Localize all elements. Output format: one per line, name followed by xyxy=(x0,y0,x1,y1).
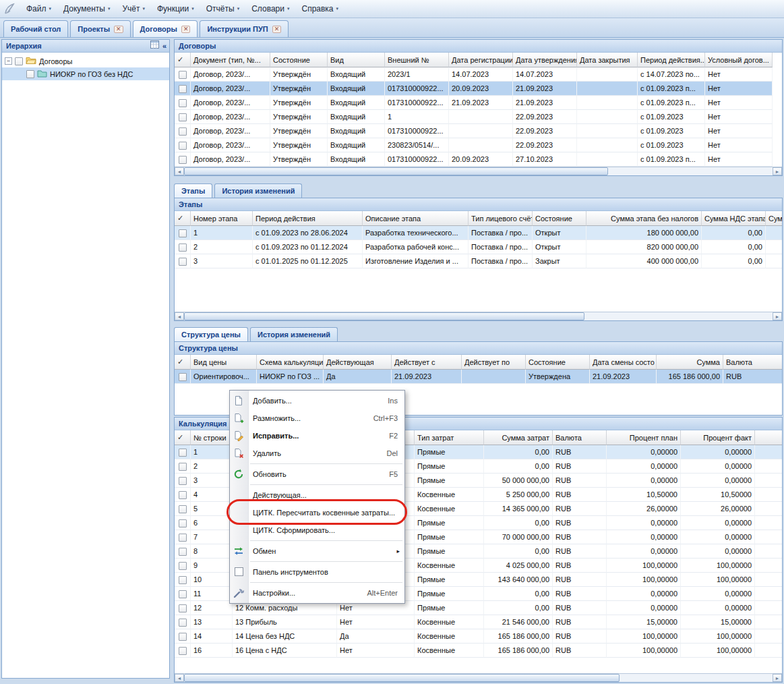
column-header[interactable]: Действует с xyxy=(392,355,462,370)
row-checkbox[interactable] xyxy=(179,85,187,93)
menu-item-citk-generate[interactable]: ЦИТК. Сформировать... xyxy=(230,521,404,539)
close-icon[interactable]: ✕ xyxy=(114,26,123,33)
tree-checkbox[interactable] xyxy=(26,70,34,78)
column-header[interactable]: Процент факт xyxy=(681,430,755,445)
menu-accounting[interactable]: Учёт▾ xyxy=(116,1,151,16)
table-row[interactable]: 1616 Цена с НДСНетКосвенные165 186 000,0… xyxy=(175,644,782,658)
table-row[interactable]: Договор, 2023/...УтверждёнВходящий122.09… xyxy=(175,110,773,124)
column-header[interactable]: Сумма этапа без налогов xyxy=(586,211,702,226)
menu-functions[interactable]: Функции▾ xyxy=(151,1,200,16)
horizontal-scrollbar[interactable]: ◄ ► xyxy=(175,312,782,320)
menu-documents[interactable]: Документы▾ xyxy=(57,1,116,16)
close-icon[interactable]: ✕ xyxy=(272,26,282,33)
tab-price-structure[interactable]: Структура цены xyxy=(174,327,248,341)
column-header[interactable]: Сумма xyxy=(657,355,723,370)
row-checkbox[interactable] xyxy=(179,244,187,252)
row-checkbox[interactable] xyxy=(179,449,187,457)
column-header[interactable]: Действующая xyxy=(324,355,392,370)
column-header[interactable]: Документ (тип, №... xyxy=(191,53,270,67)
menu-item-refresh[interactable]: Обновить F5 xyxy=(230,465,404,483)
row-checkbox[interactable] xyxy=(179,258,187,266)
row-checkbox[interactable] xyxy=(179,142,187,150)
scroll-left-icon[interactable]: ◄ xyxy=(175,312,184,320)
column-header[interactable]: № строки xyxy=(191,430,233,445)
tab-stages-history[interactable]: История изменений xyxy=(214,183,302,198)
scrollbar-thumb[interactable] xyxy=(184,167,608,175)
scroll-right-icon[interactable]: ► xyxy=(773,674,782,682)
column-header[interactable]: Дата смены состо xyxy=(590,355,657,370)
column-header[interactable]: Валюта xyxy=(553,430,607,445)
table-row[interactable]: 1с 01.09.2023 по 28.06.2024Разработка те… xyxy=(175,226,782,240)
tree-node-contracts[interactable]: − Договоры xyxy=(2,55,169,67)
table-row[interactable]: Ориентировоч...НИОКР по ГОЗ ...Да21.09.2… xyxy=(175,370,782,384)
table-row[interactable]: Договор, 2023/...УтверждёнВходящий017310… xyxy=(175,124,773,138)
column-header[interactable]: ✓ xyxy=(175,53,191,67)
tab-stages[interactable]: Этапы xyxy=(174,183,212,198)
column-header[interactable]: ✓ xyxy=(175,355,191,370)
menu-item-delete[interactable]: Удалить Del xyxy=(230,445,404,462)
row-checkbox[interactable] xyxy=(179,71,187,79)
row-checkbox[interactable] xyxy=(179,373,187,381)
menu-item-current[interactable]: Действующая... xyxy=(230,486,404,504)
column-header[interactable]: Дата регистрации xyxy=(449,53,513,67)
table-row[interactable]: Договор, 2023/...УтверждёнВходящий017310… xyxy=(175,152,773,167)
row-checkbox[interactable] xyxy=(179,590,187,598)
table-row[interactable]: Договор, 2023/...УтверждёнВходящий017310… xyxy=(175,82,773,96)
column-header[interactable]: Сумма НДС этапа xyxy=(702,211,766,226)
row-checkbox[interactable] xyxy=(179,99,187,107)
menu-dictionaries[interactable]: Словари▾ xyxy=(245,1,295,16)
column-header[interactable]: Валюта xyxy=(723,355,782,370)
grid-view-icon[interactable] xyxy=(150,40,159,53)
menu-item-toolbar-toggle[interactable]: Панель инструментов xyxy=(230,563,404,581)
scroll-left-icon[interactable]: ◄ xyxy=(175,167,184,175)
row-checkbox[interactable] xyxy=(179,548,187,556)
row-checkbox[interactable] xyxy=(179,127,187,136)
checkbox-icon[interactable] xyxy=(235,567,243,576)
collapse-panel-icon[interactable]: « xyxy=(162,40,167,53)
menu-item-exchange[interactable]: Обмен ▸ xyxy=(230,542,404,560)
column-header[interactable]: Дата закрытия xyxy=(577,53,638,67)
tree-node-niokr[interactable]: НИОКР по ГОЗ без НДС xyxy=(2,67,169,80)
row-checkbox[interactable] xyxy=(179,505,187,513)
row-checkbox[interactable] xyxy=(179,519,187,528)
column-header[interactable]: ✓ xyxy=(175,211,191,226)
tree-checkbox[interactable] xyxy=(15,57,23,65)
close-icon[interactable]: ✕ xyxy=(181,26,191,33)
column-header[interactable]: Состояние xyxy=(533,211,586,226)
scroll-right-icon[interactable]: ► xyxy=(773,312,782,320)
menu-file[interactable]: Файл▾ xyxy=(20,1,57,16)
column-header[interactable]: Вид цены xyxy=(191,355,257,370)
scrollbar-thumb[interactable] xyxy=(184,312,584,320)
menu-item-edit[interactable]: Исправить... F2 xyxy=(230,427,404,445)
menu-item-add[interactable]: Добавить... Ins xyxy=(230,392,404,409)
row-checkbox[interactable] xyxy=(179,229,187,237)
column-header[interactable]: Схема калькуляци xyxy=(257,355,324,370)
column-header[interactable]: Действует по xyxy=(462,355,526,370)
menu-item-citk-recalculate[interactable]: ЦИТК. Пересчитать косвенные затраты... xyxy=(230,504,404,521)
table-row[interactable]: Договор, 2023/...УтверждёнВходящий2023/1… xyxy=(175,67,773,82)
table-row[interactable]: 3с 01.01.2025 по 01.12.2025Изготовление … xyxy=(175,254,782,268)
table-row[interactable]: 1414 Цена без НДСДаКосвенные165 186 000,… xyxy=(175,629,782,644)
tab-price-history[interactable]: История изменений xyxy=(250,327,338,341)
table-row[interactable]: Договор, 2023/...УтверждёнВходящий017310… xyxy=(175,96,773,110)
row-checkbox[interactable] xyxy=(179,647,187,655)
table-row[interactable]: Договор, 2023/...УтверждёнВходящий230823… xyxy=(175,138,773,152)
column-header[interactable]: Вид xyxy=(328,53,385,67)
column-header[interactable]: Процент план xyxy=(607,430,681,445)
row-checkbox[interactable] xyxy=(179,562,187,570)
column-header[interactable]: Описание этапа xyxy=(363,211,469,226)
column-header[interactable]: Условный догов... xyxy=(705,53,773,67)
row-checkbox[interactable] xyxy=(179,156,187,164)
scroll-left-icon[interactable]: ◄ xyxy=(175,674,184,682)
row-checkbox[interactable] xyxy=(179,633,187,641)
column-header[interactable]: Тип лицевого счёт xyxy=(469,211,533,226)
row-checkbox[interactable] xyxy=(179,576,187,584)
tab-contracts[interactable]: Договоры✕ xyxy=(133,20,198,37)
column-header[interactable] xyxy=(755,430,782,445)
row-checkbox[interactable] xyxy=(179,463,187,471)
row-checkbox[interactable] xyxy=(179,491,187,499)
horizontal-scrollbar[interactable]: ◄ ► xyxy=(175,167,782,175)
column-header[interactable]: Номер этапа xyxy=(191,211,253,226)
column-header[interactable]: Сумма затрат xyxy=(484,430,553,445)
column-header[interactable]: Период действия... xyxy=(638,53,705,67)
